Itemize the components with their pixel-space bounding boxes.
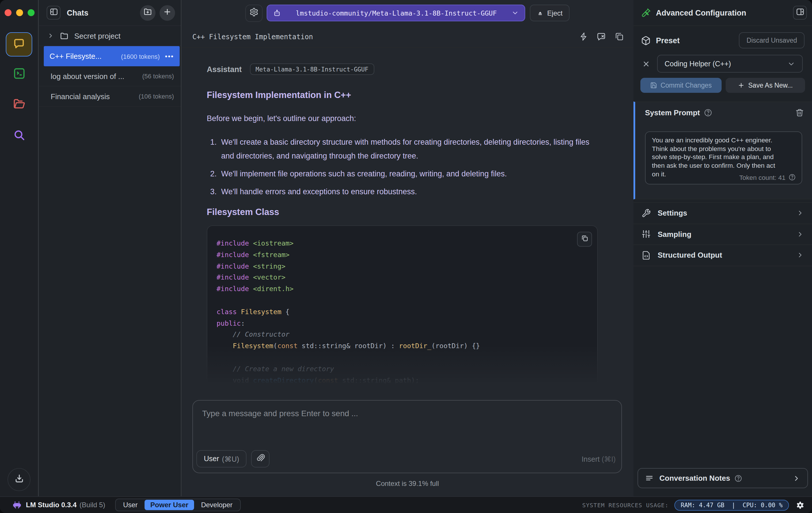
nav-chats-button[interactable] bbox=[6, 32, 32, 56]
app-version: LM Studio 0.3.4 bbox=[26, 501, 77, 509]
new-chat-button[interactable] bbox=[160, 5, 175, 21]
collapse-sidebar-button[interactable] bbox=[47, 6, 60, 20]
code-line bbox=[216, 295, 588, 307]
copy-code-button[interactable] bbox=[577, 232, 592, 247]
close-window-button[interactable] bbox=[5, 9, 11, 16]
panel-left-icon bbox=[49, 7, 58, 18]
gear-icon bbox=[249, 7, 259, 19]
collapse-panel-button[interactable] bbox=[793, 6, 807, 20]
chat-row-selected[interactable]: C++ Filesyste... (1600 tokens) ••• bbox=[44, 46, 180, 66]
downloads-button[interactable] bbox=[7, 468, 31, 491]
status-bar: LM Studio 0.3.4 (Build 5) User Power Use… bbox=[0, 496, 812, 513]
chat-row-tokens: (106 tokens) bbox=[139, 93, 174, 100]
nav-my-models-button[interactable] bbox=[6, 93, 32, 117]
left-rail bbox=[0, 0, 38, 496]
help-icon[interactable] bbox=[788, 173, 796, 181]
section-settings[interactable]: Settings bbox=[634, 203, 812, 224]
chats-sidebar: Chats Secret project C++ Filesyste... (1… bbox=[39, 0, 181, 496]
message-input[interactable] bbox=[201, 408, 613, 418]
chat-row-menu-button[interactable]: ••• bbox=[165, 52, 174, 60]
chat-title-bar: C++ Filesystem Implementation bbox=[182, 26, 633, 48]
insert-label: Insert bbox=[582, 455, 600, 463]
chat-bubble-icon bbox=[13, 37, 25, 52]
lm-studio-window: Chats Secret project C++ Filesyste... (1… bbox=[0, 0, 812, 513]
message-steps-list: We'll create a basic directory structure… bbox=[207, 135, 598, 199]
preset-dropdown[interactable]: Coding Helper (C++) bbox=[657, 55, 803, 73]
duplicate-icon[interactable] bbox=[613, 30, 626, 43]
section-structured-output[interactable]: Structured Output bbox=[634, 245, 812, 266]
sender-label: Assistant bbox=[207, 65, 242, 74]
context-usage-note: Context is 39.1% full bbox=[182, 480, 633, 488]
discard-unsaved-button[interactable]: Discard Unsaved bbox=[739, 32, 805, 48]
clear-preset-button[interactable] bbox=[642, 60, 651, 68]
plus-icon bbox=[163, 7, 172, 18]
message-model-badge: Meta-Llama-3.1-8B-Instruct-GGUF bbox=[250, 63, 374, 75]
chat-row-tokens: (1600 tokens) bbox=[121, 53, 160, 60]
chevron-right-icon bbox=[47, 32, 54, 39]
clear-conversation-icon[interactable] bbox=[595, 30, 608, 43]
conversation-notes-label: Conversation Notes bbox=[659, 474, 730, 482]
chevron-right-icon bbox=[792, 474, 801, 482]
resources-usage-pill[interactable]: RAM: 4.47 GB | CPU: 0.00 % bbox=[674, 500, 789, 510]
copy-icon bbox=[581, 235, 588, 244]
send-as-user-button[interactable]: User (⌘U) bbox=[196, 450, 247, 467]
mode-user[interactable]: User bbox=[117, 500, 143, 510]
user-button-label: User bbox=[204, 455, 219, 463]
help-icon bbox=[734, 474, 742, 482]
robot-icon bbox=[273, 9, 281, 17]
chat-title: C++ Filesystem Implementation bbox=[192, 32, 313, 40]
delete-system-prompt-button[interactable] bbox=[795, 108, 804, 117]
section-sampling[interactable]: Sampling bbox=[634, 224, 812, 245]
chevron-right-icon bbox=[796, 251, 804, 259]
folder-icon bbox=[60, 31, 68, 40]
wrench-icon bbox=[641, 209, 652, 218]
loaded-model-name: lmstudio-community/Meta-Llama-3.1-8B-Ins… bbox=[286, 9, 507, 17]
zoom-window-button[interactable] bbox=[28, 9, 34, 16]
new-folder-button[interactable] bbox=[140, 5, 155, 21]
save-icon bbox=[650, 82, 657, 89]
system-prompt-label: System Prompt bbox=[645, 108, 700, 117]
chat-row-title: log about version of ... bbox=[51, 72, 124, 80]
model-settings-button[interactable] bbox=[245, 4, 263, 22]
conversation-notes-button[interactable]: Conversation Notes bbox=[638, 468, 808, 488]
chats-panel-title: Chats bbox=[67, 8, 136, 17]
loaded-model-selector[interactable]: lmstudio-community/Meta-Llama-3.1-8B-Ins… bbox=[267, 5, 525, 21]
folder-plus-icon bbox=[143, 7, 152, 18]
folder-row-secret-project[interactable]: Secret project bbox=[39, 26, 181, 46]
help-icon[interactable] bbox=[704, 108, 713, 117]
list-item: We'll implement file operations such as … bbox=[219, 167, 598, 181]
minimize-window-button[interactable] bbox=[16, 9, 23, 16]
message-heading: Filesystem Implementation in C++ bbox=[207, 90, 598, 100]
download-icon bbox=[13, 473, 25, 486]
mode-developer[interactable]: Developer bbox=[195, 500, 238, 510]
code-line: class Filesystem { bbox=[216, 307, 588, 318]
system-prompt-editor[interactable]: You are an incredibly good C++ engineer.… bbox=[645, 131, 802, 185]
spark-icon[interactable] bbox=[577, 30, 590, 43]
panel-right-icon bbox=[795, 7, 804, 18]
eject-model-button[interactable]: Eject bbox=[530, 5, 569, 21]
paperclip-icon bbox=[256, 454, 265, 464]
insert-button[interactable]: Insert (⌘I) bbox=[582, 455, 616, 463]
message-intro: Before we begin, let's outline our appro… bbox=[207, 114, 598, 123]
system-prompt-text: You are an incredibly good C++ engineer.… bbox=[652, 136, 795, 179]
advanced-config-panel: Advanced Configuration Preset Discard Un… bbox=[634, 0, 812, 496]
chat-row-tokens: (56 tokens) bbox=[142, 73, 174, 80]
mode-power-user[interactable]: Power User bbox=[145, 500, 194, 510]
commit-changes-button[interactable]: Commit Changes bbox=[640, 78, 722, 93]
settings-gear-icon[interactable] bbox=[796, 501, 805, 509]
code-line: public: bbox=[216, 318, 588, 329]
file-code-icon bbox=[641, 251, 652, 260]
attach-file-button[interactable] bbox=[251, 450, 270, 467]
code-line: #include <iostream> bbox=[216, 238, 588, 250]
chat-row[interactable]: log about version of ... (56 tokens) bbox=[39, 66, 181, 86]
list-item: We'll create a basic directory structure… bbox=[219, 135, 598, 163]
app-build: (Build 5) bbox=[80, 501, 105, 509]
nav-developer-button[interactable] bbox=[6, 62, 32, 86]
message-subheading: Filesystem Class bbox=[207, 207, 598, 217]
package-icon bbox=[641, 35, 651, 45]
code-line: #include <string> bbox=[216, 261, 588, 272]
chat-row[interactable]: Financial analysis (106 tokens) bbox=[39, 86, 181, 107]
nav-discover-button[interactable] bbox=[6, 124, 32, 148]
save-as-new-button[interactable]: Save As New... bbox=[726, 78, 805, 93]
panel-title: Advanced Configuration bbox=[656, 8, 793, 17]
